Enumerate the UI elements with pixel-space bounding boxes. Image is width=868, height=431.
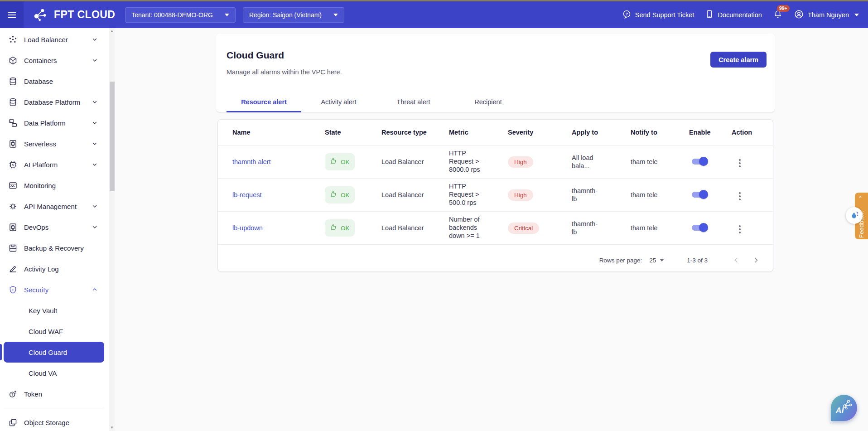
chevron-down-icon bbox=[92, 161, 98, 168]
row-actions-menu[interactable] bbox=[737, 223, 743, 235]
ai-platform-icon: AI bbox=[8, 160, 18, 169]
pagination-prev-button[interactable] bbox=[729, 253, 743, 267]
column-header-resource-type: Resource type bbox=[381, 129, 449, 136]
state-label: OK bbox=[341, 225, 350, 232]
tab-recipient[interactable]: Recipient bbox=[451, 92, 526, 112]
activity-log-icon bbox=[8, 264, 18, 274]
apply-to-cell: thamnth-lb bbox=[572, 220, 601, 236]
rows-per-page-select[interactable]: 25 bbox=[649, 257, 664, 264]
sidebar-item-token[interactable]: T Token bbox=[4, 383, 104, 404]
row-actions-menu[interactable] bbox=[737, 190, 743, 202]
chevron-down-icon bbox=[333, 14, 338, 16]
thumbs-up-icon bbox=[330, 223, 338, 232]
resource-type-cell: Load Balancer bbox=[381, 191, 449, 199]
page-title: Cloud Guard bbox=[227, 50, 284, 61]
pagination-bar: Rows per page: 25 1-3 of 3 bbox=[218, 249, 773, 271]
alarm-name-link[interactable]: lb-request bbox=[232, 191, 261, 199]
sidebar-scrollbar[interactable]: ▲ ▼ bbox=[109, 28, 115, 431]
brand-logo[interactable]: FPT CLOUD bbox=[32, 6, 115, 24]
create-alarm-button[interactable]: Create alarm bbox=[710, 52, 767, 68]
column-header-apply-to: Apply to bbox=[572, 129, 631, 136]
sidebar-nav: Load Balancer Containers Database Databa… bbox=[4, 29, 104, 431]
sidebar-item-object-storage[interactable]: Object Storage bbox=[4, 412, 104, 431]
sidebar-scrollbar-thumb[interactable] bbox=[110, 82, 115, 191]
scroll-down-arrow-icon[interactable]: ▼ bbox=[109, 425, 115, 431]
enable-toggle[interactable] bbox=[691, 223, 708, 232]
chevron-down-icon bbox=[660, 259, 664, 262]
sidebar-item-security[interactable]: Security bbox=[4, 279, 104, 300]
state-badge: OK bbox=[325, 186, 355, 203]
sidebar-item-devops[interactable]: DevOps bbox=[4, 217, 104, 237]
sidebar-item-api-management[interactable]: API Management bbox=[4, 196, 104, 217]
tab-threat-alert[interactable]: Threat alert bbox=[376, 92, 451, 112]
enable-toggle[interactable] bbox=[691, 190, 708, 199]
column-header-severity: Severity bbox=[508, 129, 572, 136]
alarm-name-link[interactable]: lb-updown bbox=[232, 224, 263, 232]
ai-label: AI bbox=[836, 406, 844, 415]
sidebar-item-load-balancer[interactable]: Load Balancer bbox=[4, 29, 104, 50]
alarm-name-link[interactable]: thamnth alert bbox=[232, 158, 271, 165]
tab-activity-alert[interactable]: Activity alert bbox=[301, 92, 376, 112]
sidebar-item-serverless[interactable]: Serverless bbox=[4, 133, 104, 154]
sidebar-item-cloud-guard[interactable]: Cloud Guard bbox=[4, 342, 104, 363]
sidebar-item-cloud-va[interactable]: Cloud VA bbox=[4, 363, 104, 383]
page-header-card: Cloud Guard Manage all alarms within the… bbox=[216, 34, 775, 112]
pagination-next-button[interactable] bbox=[749, 253, 763, 267]
metric-cell: HTTP Request > 8000.0 rps bbox=[449, 150, 487, 174]
chevron-down-icon bbox=[92, 140, 98, 147]
documentation-label: Documentation bbox=[718, 11, 762, 19]
region-label: Region: Saigon (Vietnam) bbox=[249, 11, 322, 19]
enable-toggle[interactable] bbox=[691, 157, 708, 166]
thumbs-up-icon bbox=[330, 157, 338, 166]
sidebar-item-containers[interactable]: Containers bbox=[4, 50, 104, 71]
sidebar-item-monitoring[interactable]: Monitoring bbox=[4, 175, 104, 196]
severity-badge: High bbox=[508, 156, 533, 168]
sidebar-item-ai-platform[interactable]: AI AI Platform bbox=[4, 154, 104, 175]
menu-toggle-button[interactable] bbox=[0, 1, 24, 28]
water-drop-icon[interactable] bbox=[846, 207, 863, 224]
region-selector[interactable]: Region: Saigon (Vietnam) bbox=[243, 7, 344, 23]
chevron-down-icon bbox=[92, 36, 98, 43]
support-ticket-link[interactable]: ? Send Support Ticket bbox=[622, 10, 694, 20]
state-label: OK bbox=[341, 192, 350, 199]
ai-assistant-button[interactable]: AI bbox=[831, 395, 857, 421]
rows-per-page-value: 25 bbox=[649, 257, 656, 264]
navbar-actions: ? Send Support Ticket Documentation 99+ bbox=[622, 9, 868, 21]
notify-to-cell: tham tele bbox=[631, 158, 689, 165]
api-management-icon bbox=[8, 201, 18, 211]
chevron-up-icon bbox=[92, 286, 98, 293]
notifications-button[interactable]: 99+ bbox=[773, 9, 783, 20]
scroll-up-arrow-icon[interactable]: ▲ bbox=[109, 28, 115, 34]
state-badge: OK bbox=[325, 219, 355, 237]
table-row: lb-updown OK Load Balancer Number of bac… bbox=[218, 212, 773, 245]
containers-icon bbox=[8, 55, 18, 65]
feedback-close-icon[interactable]: × bbox=[859, 194, 862, 199]
sidebar-item-data-platform[interactable]: Data Platform bbox=[4, 112, 104, 133]
tenant-selector[interactable]: Tenant: 000488-DEMO-ORG bbox=[125, 7, 236, 23]
apply-to-cell: thamnth-lb bbox=[572, 187, 601, 203]
sidebar-item-activity-log[interactable]: Activity Log bbox=[4, 258, 104, 279]
documentation-icon bbox=[705, 10, 714, 20]
alert-tabs: Resource alertActivity alertThreat alert… bbox=[227, 92, 526, 112]
thumbs-up-icon bbox=[330, 190, 338, 199]
window-top-edge bbox=[0, 0, 868, 1]
sidebar: Load Balancer Containers Database Databa… bbox=[0, 28, 109, 431]
database-platform-icon bbox=[8, 97, 18, 107]
tab-resource-alert[interactable]: Resource alert bbox=[227, 92, 301, 112]
table-row: lb-request OK Load Balancer HTTP Request… bbox=[218, 179, 773, 212]
top-navbar: FPT CLOUD Tenant: 000488-DEMO-ORG Region… bbox=[0, 1, 868, 28]
sidebar-item-database-platform[interactable]: Database Platform bbox=[4, 92, 104, 112]
monitoring-icon bbox=[8, 180, 18, 190]
chevron-down-icon bbox=[92, 57, 98, 63]
documentation-link[interactable]: Documentation bbox=[705, 10, 762, 20]
sidebar-item-key-vault[interactable]: Key Vault bbox=[4, 300, 104, 321]
feedback-tab[interactable]: × Feedback bbox=[855, 193, 868, 239]
alarms-table-card: NameStateResource typeMetricSeverityAppl… bbox=[217, 119, 773, 272]
column-header-enable: Enable bbox=[689, 129, 732, 136]
sidebar-item-database[interactable]: Database bbox=[4, 71, 104, 92]
user-menu[interactable]: Tham Nguyen bbox=[794, 9, 859, 21]
apply-to-cell: All load bala... bbox=[572, 154, 601, 170]
row-actions-menu[interactable] bbox=[737, 157, 743, 169]
sidebar-item-backup-recovery[interactable]: Backup & Recovery bbox=[4, 237, 104, 258]
sidebar-item-cloud-waf[interactable]: Cloud WAF bbox=[4, 321, 104, 342]
